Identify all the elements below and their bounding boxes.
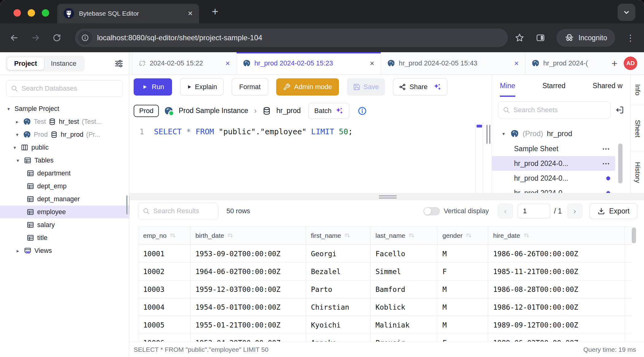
close-tab-icon[interactable]: ✕ [370, 60, 375, 67]
table-row[interactable]: 100031959-12-03T00:00:00ZParto BamfordM1… [138, 280, 632, 298]
forward-button[interactable] [31, 33, 41, 43]
tree-table-dept-emp[interactable]: dept_emp [0, 180, 129, 193]
sort-icon[interactable] [170, 232, 176, 239]
tab-shared[interactable]: Shared w [593, 75, 622, 97]
editor-scrollbar[interactable] [476, 122, 483, 193]
tab-project[interactable]: Project [7, 57, 44, 70]
search-databases-input[interactable]: Search Databases [6, 80, 123, 97]
reload-button[interactable] [52, 33, 61, 42]
minimize-window-button[interactable] [28, 9, 35, 17]
site-info-button[interactable] [78, 31, 92, 45]
tree-node-views[interactable]: ▸ Views [0, 244, 129, 257]
column-header-hire-date[interactable]: hire_date [488, 226, 625, 245]
column-header-last-name[interactable]: last_name [371, 226, 438, 245]
close-tab-icon[interactable]: ✕ [225, 60, 230, 67]
browser-tab[interactable]: Bytebase SQL Editor ✕ [57, 4, 199, 23]
tree-node-tables[interactable]: ▾ Tables [0, 154, 129, 167]
tree-node-hr-test[interactable]: ▸ Test hr_test (Test... [0, 115, 129, 128]
close-window-button[interactable] [14, 9, 21, 17]
table-row[interactable]: 100021964-06-02T00:00:00ZBezalel SimmelF… [138, 263, 632, 280]
sheet-item-unsaved[interactable]: hr_prod 2024-0... [492, 171, 615, 186]
sheet-item-sample[interactable]: Sample Sheet ••• [492, 141, 615, 156]
caret-right-icon[interactable]: ▸ [15, 248, 21, 254]
column-header-gender[interactable]: gender [438, 226, 488, 245]
address-bar[interactable]: localhost:8080/sql-editor/sheet/project-… [75, 29, 508, 47]
sort-icon[interactable] [523, 232, 530, 239]
tree-node-project[interactable]: ▾ Sample Project [0, 102, 129, 115]
caret-down-icon[interactable]: ▾ [501, 131, 507, 137]
tab-starred[interactable]: Starred [542, 75, 565, 97]
tree-node-hr-prod[interactable]: ▾ Prod hr_prod (Pr... [0, 128, 129, 141]
tree-node-schema-public[interactable]: ▾ public [0, 141, 129, 154]
share-button[interactable]: Share [393, 78, 447, 96]
caret-down-icon[interactable]: ▾ [15, 158, 21, 163]
sheets-scrollbar-thumb[interactable] [618, 143, 622, 183]
caret-down-icon[interactable]: ▾ [6, 106, 12, 112]
maximize-window-button[interactable] [42, 9, 49, 17]
sheet-item-selected[interactable]: hr_prod 2024-0... ••• [492, 156, 615, 171]
results-resize-band[interactable] [129, 193, 644, 200]
table-row[interactable]: 100061953-04-20T00:00:00ZAnneke PreusigF… [138, 334, 632, 342]
sheet-item-unsaved-2[interactable]: hr_prod 2024-0... [492, 186, 615, 193]
new-sheet-tab-button[interactable]: + [606, 52, 623, 74]
browser-menu-button[interactable]: ⋮ [626, 33, 635, 43]
table-row[interactable]: 100011953-09-02T00:00:00ZGeorgi FacelloM… [138, 245, 632, 263]
editor-tab-3[interactable]: hr_prod 2024-02-05 15:43 ✕ [381, 52, 525, 74]
column-header-birth-date[interactable]: birth_date [190, 226, 306, 245]
sheet-menu-icon[interactable]: ••• [603, 146, 610, 151]
caret-down-icon[interactable]: ▾ [14, 132, 20, 138]
page-number-input[interactable]: 1 [518, 204, 550, 218]
tab-info[interactable]: Info [631, 75, 644, 105]
tree-table-employee-selected[interactable]: employee [0, 206, 129, 218]
new-browser-tab-button[interactable]: + [206, 4, 224, 19]
caret-right-icon[interactable]: ▸ [14, 119, 20, 125]
sparkles-icon[interactable] [433, 83, 442, 91]
user-avatar[interactable]: AD [624, 57, 637, 70]
table-row[interactable]: 100041954-05-01T00:00:00ZChirstian Kobli… [138, 298, 632, 316]
sort-icon[interactable] [408, 232, 415, 239]
results-resize-handle[interactable] [379, 195, 397, 200]
editor-tab-1[interactable]: 2024-02-05 15:22 ✕ [132, 52, 237, 74]
collapse-panel-icon[interactable] [615, 105, 624, 115]
sql-editor[interactable]: 1 SELECT * FROM "public"."employee" LIMI… [129, 122, 492, 193]
tree-table-title[interactable]: title [0, 231, 129, 244]
tab-instance[interactable]: Instance [44, 57, 83, 70]
vertical-display-toggle[interactable] [423, 207, 440, 215]
results-scrollbar-thumb[interactable] [632, 227, 636, 243]
sort-icon[interactable] [344, 232, 351, 239]
next-page-button[interactable]: › [567, 204, 582, 218]
tab-history[interactable]: History [631, 152, 644, 193]
save-button[interactable]: Save [347, 78, 385, 96]
column-header-first-name[interactable]: first_name [306, 226, 371, 245]
editor-tab-2-active[interactable]: hr_prod 2024-02-05 15:23 ✕ [237, 52, 381, 74]
tab-mine[interactable]: Mine [500, 75, 515, 97]
sidebar-filter-button[interactable] [114, 59, 124, 68]
sort-icon[interactable] [465, 232, 472, 239]
admin-mode-button[interactable]: Admin mode [276, 78, 339, 96]
batch-button[interactable]: Batch [308, 103, 349, 119]
sheet-group-hr-prod[interactable]: ▾ (Prod) hr_prod [492, 126, 630, 141]
tab-sheet[interactable]: Sheet [631, 105, 644, 152]
tree-table-salary[interactable]: salary [0, 218, 129, 231]
tree-table-dept-manager[interactable]: dept_manager [0, 193, 129, 206]
search-results-input[interactable]: Search Results [138, 203, 218, 219]
close-tab-icon[interactable]: ✕ [514, 60, 519, 67]
database-name[interactable]: hr_prod [276, 107, 300, 115]
run-button[interactable]: Run [134, 78, 172, 96]
instance-name[interactable]: Prod Sample Instance [179, 107, 248, 115]
search-sheets-input[interactable]: Search Sheets [498, 101, 611, 119]
side-panel-icon[interactable] [536, 33, 545, 43]
sort-icon[interactable] [227, 232, 234, 239]
explain-button[interactable]: Explain [180, 78, 223, 96]
editor-scrollbar-thumb[interactable] [477, 125, 482, 128]
info-icon[interactable] [358, 106, 367, 116]
prev-page-button[interactable]: ‹ [498, 204, 513, 218]
tree-table-department[interactable]: department [0, 167, 129, 180]
bookmark-star-icon[interactable] [515, 33, 524, 43]
tab-search-button[interactable] [618, 4, 635, 21]
caret-down-icon[interactable]: ▾ [12, 145, 18, 151]
editor-tab-4[interactable]: hr_prod 2024-( [525, 52, 606, 74]
sheet-menu-icon[interactable]: ••• [603, 161, 610, 166]
export-button[interactable]: Export [590, 203, 637, 219]
browser-tab-close-icon[interactable]: ✕ [184, 10, 193, 17]
